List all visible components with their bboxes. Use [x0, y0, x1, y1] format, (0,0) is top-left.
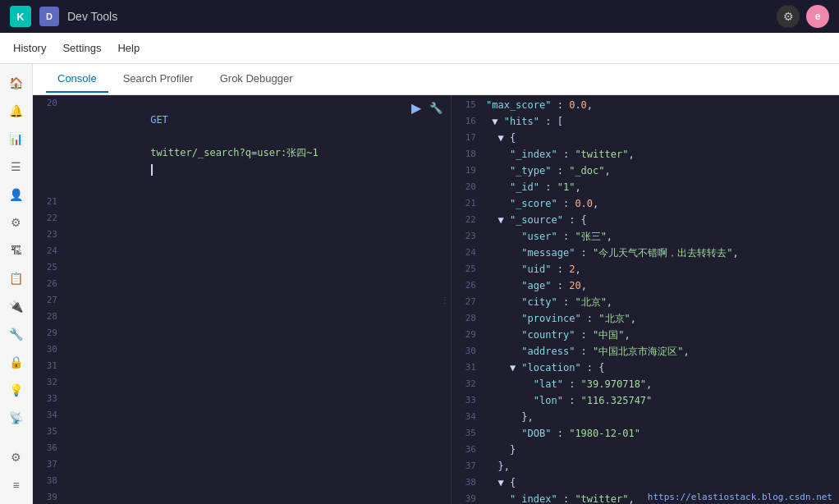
tab-search-profiler[interactable]: Search Profiler	[112, 66, 205, 93]
output-line-23: 23 "user" : "张三",	[452, 228, 839, 245]
editor-line-24: 24	[33, 243, 451, 259]
sidebar-icon-hamburger[interactable]: ≡	[4, 473, 29, 497]
output-line-36: 36 }	[452, 442, 839, 458]
output-line-28: 28 "province" : "北京",	[452, 310, 839, 327]
kibana-logo: K	[10, 6, 31, 27]
output-line-31: 31 ▼ "location" : {	[452, 360, 839, 376]
tabs-bar: Console Search Profiler Grok Debugger	[33, 64, 839, 95]
run-button[interactable]: ▶	[410, 99, 423, 117]
output-line-29: 29 "country" : "中国",	[452, 327, 839, 343]
sidebar-icon-bell[interactable]: 🔔	[4, 99, 29, 123]
output-line-35: 35 "DOB" : "1980-12-01"	[452, 425, 839, 442]
sidebar-icon-list[interactable]: 📋	[4, 266, 29, 291]
output-line-16: 16 ▼ "hits" : [	[452, 113, 839, 130]
sidebar-icon-gear[interactable]: ⚙	[4, 210, 29, 235]
sidebar-icon-tips[interactable]: 💡	[4, 378, 29, 402]
editor-line-39: 39	[33, 489, 451, 504]
output-line-34: 34 },	[452, 409, 839, 425]
nav-bar: History Settings Help	[0, 33, 839, 64]
editor-line-29: 29	[33, 325, 451, 341]
sidebar-icon-build[interactable]: 🏗	[4, 238, 29, 263]
editor-line-26: 26	[33, 276, 451, 292]
output-line-25: 25 "uid" : 2,	[452, 261, 839, 277]
sidebar-icon-home[interactable]: 🏠	[4, 71, 29, 95]
top-bar-actions: ⚙ e	[777, 5, 829, 28]
editor-line-21: 21	[33, 194, 451, 210]
editor-line-35: 35	[33, 424, 451, 440]
output-line-27: 27 "city" : "北京",	[452, 294, 839, 310]
sidebar-icon-menu[interactable]: ☰	[4, 154, 29, 179]
avatar[interactable]: e	[806, 5, 829, 28]
tab-grok-debugger[interactable]: Grok Debugger	[209, 66, 305, 93]
output-line-18: 18 "_index" : "twitter",	[452, 146, 839, 163]
editor-line-32: 32	[33, 374, 451, 391]
gear-icon[interactable]: ⚙	[777, 5, 800, 28]
url-bar: https://elastiostack.blog.csdn.net	[641, 490, 839, 504]
editor-left-panel: 20 GET twitter/_search?q=user:张四~1 ▶ 🔧	[33, 95, 452, 504]
output-line-19: 19 "_type" : "_doc",	[452, 163, 839, 179]
editor-line-36: 36	[33, 440, 451, 456]
editor-line-37: 37	[33, 456, 451, 473]
output-line-38: 38 ▼ {	[452, 474, 839, 491]
app-title: Dev Tools	[67, 10, 768, 23]
sidebar-icon-lock[interactable]: 🔒	[4, 350, 29, 374]
output-line-20: 20 "_id" : "1",	[452, 179, 839, 195]
code-output-area: 15 "max_score" : 0.0, 16 ▼ "hits" : [ 17…	[452, 95, 839, 504]
tab-console[interactable]: Console	[46, 66, 108, 93]
output-line-24: 24 "message" : "今儿天气不错啊，出去转转去",	[452, 245, 839, 261]
sidebar-icon-settings[interactable]: ⚙	[4, 445, 29, 470]
editor-right-panel: 15 "max_score" : 0.0, 16 ▼ "hits" : [ 17…	[452, 95, 839, 504]
output-line-37: 37 },	[452, 458, 839, 474]
editor-line-22: 22	[33, 210, 451, 227]
output-line-26: 26 "age" : 20,	[452, 277, 839, 294]
sidebar-icon-plugin[interactable]: 🔌	[4, 294, 29, 318]
editor-line-20: 20 GET twitter/_search?q=user:张四~1	[33, 95, 451, 194]
output-line-30: 30 "address" : "中国北京市海淀区",	[452, 343, 839, 360]
nav-settings[interactable]: Settings	[62, 35, 101, 61]
content-area: Console Search Profiler Grok Debugger 20…	[33, 64, 839, 504]
editor-line-30: 30	[33, 341, 451, 358]
output-line-33: 33 "lon" : "116.325747"	[452, 392, 839, 409]
sidebar-icon-signal[interactable]: 📡	[4, 405, 29, 430]
resize-handle[interactable]: ⋮	[439, 296, 451, 305]
wrench-button[interactable]: 🔧	[428, 100, 444, 116]
sidebar: 🏠 🔔 📊 ☰ 👤 ⚙ 🏗 📋 🔌 🔧 🔒 💡 📡 ⚙ ≡	[0, 64, 33, 504]
nav-help[interactable]: Help	[117, 35, 140, 61]
editor-line-31: 31	[33, 358, 451, 374]
editor-line-23: 23	[33, 227, 451, 243]
top-bar: K D Dev Tools ⚙ e	[0, 0, 839, 33]
editor-line-25: 25	[33, 259, 451, 276]
output-line-15: 15 "max_score" : 0.0,	[452, 97, 839, 113]
output-line-17: 17 ▼ {	[452, 130, 839, 146]
main-content: 🏠 🔔 📊 ☰ 👤 ⚙ 🏗 📋 🔌 🔧 🔒 💡 📡 ⚙ ≡ Console Se…	[0, 64, 839, 504]
editor-line-38: 38	[33, 473, 451, 489]
editor-line-33: 33	[33, 391, 451, 407]
editor-line-34: 34	[33, 407, 451, 424]
output-line-32: 32 "lat" : "39.970718",	[452, 376, 839, 392]
editor-line-28: 28	[33, 309, 451, 325]
code-input-area[interactable]: 20 GET twitter/_search?q=user:张四~1 ▶ 🔧	[33, 95, 451, 504]
editor-line-27: 27	[33, 292, 451, 309]
output-line-21: 21 "_score" : 0.0,	[452, 195, 839, 212]
sidebar-icon-user[interactable]: 👤	[4, 182, 29, 207]
devtools-app-icon[interactable]: D	[39, 7, 59, 26]
output-line-22: 22 ▼ "_source" : {	[452, 212, 839, 228]
input-toolbar: ▶ 🔧	[410, 99, 444, 117]
sidebar-icon-wrench[interactable]: 🔧	[4, 322, 29, 346]
editor-area: 20 GET twitter/_search?q=user:张四~1 ▶ 🔧	[33, 95, 839, 504]
sidebar-icon-chart[interactable]: 📊	[4, 126, 29, 151]
nav-history[interactable]: History	[13, 35, 46, 61]
